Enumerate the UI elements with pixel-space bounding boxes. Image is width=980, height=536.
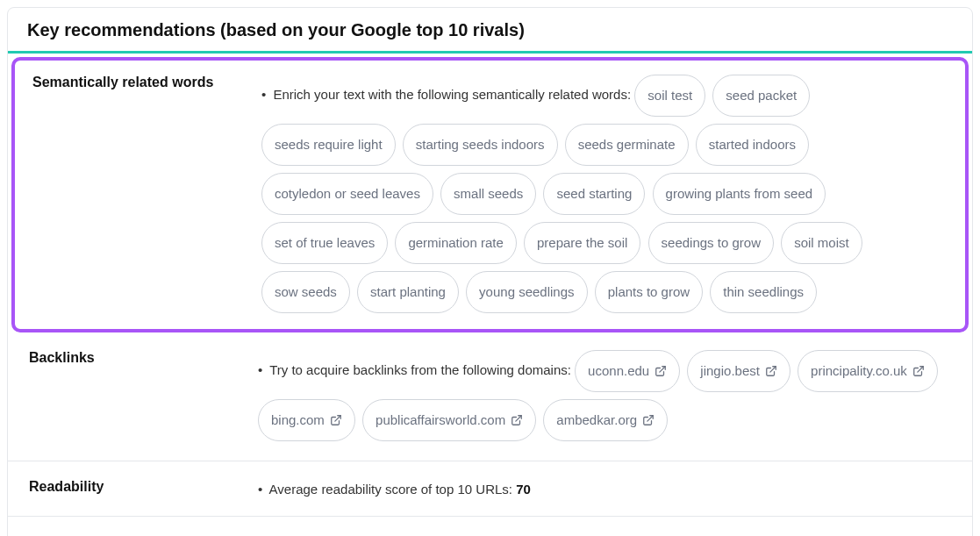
backlink-chip[interactable]: ambedkar.org: [543, 399, 668, 441]
bullet: •: [258, 482, 262, 497]
backlink-chip[interactable]: publicaffairsworld.com: [362, 399, 536, 441]
keyword-chip[interactable]: soil test: [634, 75, 705, 117]
keyword-chip[interactable]: seeds germinate: [565, 124, 689, 166]
backlinks-intro: Try to acquire backlinks from the follow…: [269, 362, 571, 377]
backlinks-row: • Try to acquire backlinks from the foll…: [258, 347, 955, 445]
external-link-icon: [765, 365, 777, 377]
section-body-semantic: • Enrich your text with the following se…: [261, 71, 951, 317]
section-textlength: Text length • Recommended text length: 1…: [8, 517, 972, 536]
keyword-chip[interactable]: plants to grow: [595, 271, 703, 313]
section-label-textlength: Text length: [25, 531, 258, 536]
keyword-chip[interactable]: growing plants from seed: [653, 173, 826, 215]
keyword-chip[interactable]: cotyledon or seed leaves: [261, 173, 433, 215]
semantic-intro: Enrich your text with the following sema…: [273, 87, 631, 102]
svg-line-1: [770, 367, 776, 372]
readability-prefix: Average readability score of top 10 URLs…: [269, 482, 517, 497]
section-body-textlength: • Recommended text length: 1310 words: [258, 531, 955, 536]
section-backlinks: Backlinks • Try to acquire backlinks fro…: [8, 332, 972, 461]
keyword-chip[interactable]: seedings to grow: [648, 222, 774, 264]
section-body-backlinks: • Try to acquire backlinks from the foll…: [258, 347, 955, 445]
svg-line-3: [335, 416, 340, 421]
external-link-icon: [655, 365, 667, 377]
keyword-chip[interactable]: set of true leaves: [261, 222, 388, 264]
backlink-chip-label: principality.co.uk: [811, 355, 907, 387]
svg-line-0: [660, 367, 665, 372]
external-link-icon: [642, 414, 655, 426]
recommendations-card: Key recommendations (based on your Googl…: [7, 7, 973, 536]
section-readability: Readability • Average readability score …: [8, 461, 972, 517]
backlink-chip[interactable]: jingio.best: [687, 350, 790, 392]
section-semantic: Semantically related words • Enrich your…: [15, 61, 965, 329]
card-title: Key recommendations (based on your Googl…: [27, 20, 953, 40]
keyword-chip[interactable]: start planting: [357, 271, 459, 313]
svg-line-4: [516, 416, 521, 421]
keyword-chip[interactable]: seed packet: [712, 75, 810, 117]
backlink-chip-label: jingio.best: [700, 355, 760, 387]
keyword-chip[interactable]: seed starting: [543, 173, 645, 215]
backlink-chip[interactable]: bing.com: [258, 399, 355, 441]
readability-value: 70: [516, 482, 531, 497]
svg-line-2: [918, 367, 923, 372]
backlink-chip-label: publicaffairsworld.com: [376, 404, 505, 436]
backlink-chip[interactable]: principality.co.uk: [798, 350, 938, 392]
external-link-icon: [511, 414, 523, 426]
keyword-chip[interactable]: thin seedlings: [710, 271, 817, 313]
backlink-chip-label: uconn.edu: [588, 355, 649, 387]
section-body-readability: • Average readability score of top 10 UR…: [258, 475, 955, 500]
readability-line: • Average readability score of top 10 UR…: [258, 475, 955, 500]
keyword-chip[interactable]: starting seeds indoors: [403, 124, 558, 166]
svg-line-5: [647, 416, 653, 421]
semantic-row: • Enrich your text with the following se…: [261, 71, 951, 317]
keyword-chip[interactable]: started indoors: [696, 124, 809, 166]
section-label-backlinks: Backlinks: [25, 347, 258, 445]
keyword-chip[interactable]: prepare the soil: [524, 222, 640, 264]
bullet: •: [261, 87, 266, 102]
section-label-semantic: Semantically related words: [29, 71, 261, 317]
keyword-chip[interactable]: germination rate: [395, 222, 516, 264]
bullet: •: [258, 362, 262, 377]
keyword-chip[interactable]: small seeds: [440, 173, 536, 215]
keyword-chip[interactable]: soil moist: [781, 222, 862, 264]
external-link-icon: [330, 414, 342, 426]
backlink-chip-label: bing.com: [271, 404, 325, 436]
semantic-highlight-wrap: Semantically related words • Enrich your…: [11, 57, 969, 332]
keyword-chip[interactable]: seeds require light: [261, 124, 396, 166]
backlink-chip[interactable]: uconn.edu: [575, 350, 680, 392]
section-label-readability: Readability: [25, 475, 258, 500]
card-header: Key recommendations (based on your Googl…: [8, 8, 972, 54]
semantic-chips-container: soil test seed packet seeds require ligh…: [261, 87, 866, 298]
textlength-line: • Recommended text length: 1310 words: [258, 531, 955, 536]
external-link-icon: [912, 365, 925, 377]
keyword-chip[interactable]: young seedlings: [466, 271, 587, 313]
backlink-chip-label: ambedkar.org: [556, 404, 637, 436]
keyword-chip[interactable]: sow seeds: [261, 271, 350, 313]
